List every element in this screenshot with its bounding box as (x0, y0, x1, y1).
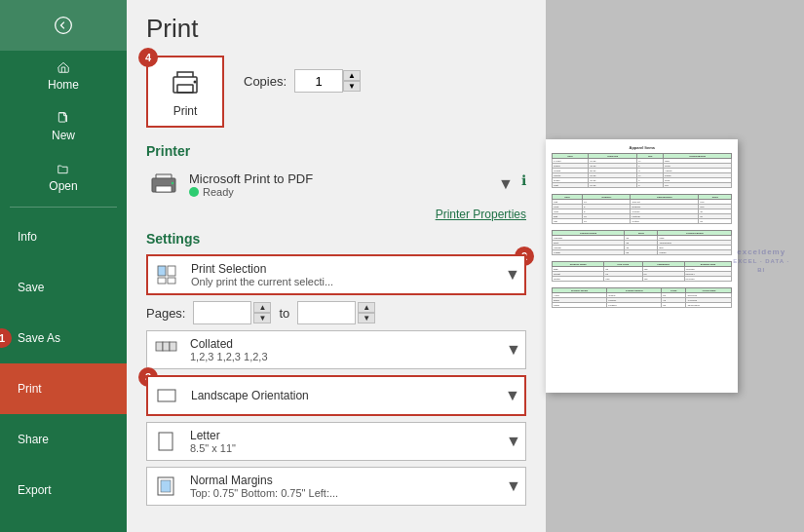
badge-1: 1 (0, 328, 12, 348)
svg-rect-12 (156, 342, 163, 351)
svg-rect-18 (161, 480, 171, 492)
sidebar-item-export[interactable]: Export (0, 465, 127, 515)
sidebar-new-label: New (52, 129, 75, 142)
svg-rect-8 (158, 266, 166, 276)
copies-area: Copies: ▲ ▼ (244, 69, 361, 93)
preview-table-2: ItemQuantitySpecificationPrice Suit10Sli… (552, 194, 732, 224)
svg-rect-1 (58, 113, 65, 122)
badge-4: 4 (138, 48, 158, 67)
print-button-label: Print (173, 104, 198, 118)
paper-size-icon (147, 423, 184, 460)
watermark: exceldemyEXCEL · DATA · BI (728, 247, 794, 274)
pages-from-spinner[interactable]: ▲ ▼ (253, 302, 271, 323)
copies-label: Copies: (244, 74, 287, 89)
sidebar-item-info[interactable]: Info (0, 211, 127, 262)
sidebar-export-label: Export (18, 483, 52, 497)
pages-to-spinner[interactable]: ▲ ▼ (358, 302, 375, 323)
sidebar-item-save[interactable]: Save (0, 262, 127, 313)
copies-input[interactable] (294, 69, 343, 93)
sidebar: Home New Open Info Save 1 Save As Print … (0, 0, 127, 532)
printer-name: Microsoft Print to PDF (189, 171, 486, 186)
copies-down[interactable]: ▼ (343, 81, 361, 92)
sidebar-item-open[interactable]: Open (0, 152, 127, 203)
orientation-icon (148, 377, 185, 414)
paper-size-arrow[interactable]: ▼ (502, 433, 525, 450)
status-indicator (189, 187, 199, 197)
pages-to-input[interactable] (297, 301, 356, 324)
preview-table-3: Product NamePriceProduct Brand Sneaker65… (552, 230, 732, 255)
sidebar-print-label: Print (18, 382, 42, 396)
margins-icon (147, 468, 184, 505)
printer-properties-link[interactable]: Printer Properties (146, 208, 526, 221)
svg-rect-6 (156, 186, 172, 192)
sidebar-item-print[interactable]: Print (0, 363, 127, 414)
paper-size-dropdown[interactable]: Letter 8.5" x 11" ▼ (146, 422, 526, 461)
sidebar-item-save-as[interactable]: 1 Save As (0, 313, 127, 363)
sidebar-item-home[interactable]: Home (0, 51, 127, 101)
collated-text: Collated 1,2,3 1,2,3 1,2,3 (184, 333, 502, 366)
svg-rect-13 (163, 342, 170, 351)
back-button[interactable] (0, 0, 127, 51)
sidebar-item-new[interactable]: New (0, 101, 127, 152)
print-selection-text: Print Selection Only print the current s… (185, 258, 501, 291)
preview-content: Apparel Items ItemUnitPriceSexProductBra… (552, 145, 732, 387)
copies-spinner[interactable]: ▲ ▼ (343, 70, 361, 92)
pages-from-input[interactable] (193, 301, 251, 324)
print-selection-icon (148, 256, 185, 293)
collated-arrow[interactable]: ▼ (502, 341, 525, 359)
printer-status: Ready (189, 186, 486, 198)
print-settings-panel: Print 4 Print Copi (127, 0, 546, 532)
pages-row: Pages: ▲ ▼ to ▲ ▼ (146, 301, 526, 324)
svg-rect-14 (170, 342, 176, 351)
pages-label: Pages: (146, 306, 185, 321)
paper-size-text: Letter 8.5" x 11" (184, 425, 502, 458)
collated-icon (147, 331, 184, 368)
printer-dropdown-arrow[interactable]: ▼ (494, 172, 517, 196)
sidebar-share-label: Share (18, 433, 49, 446)
svg-point-0 (56, 18, 72, 34)
page-title: Print (146, 14, 526, 44)
svg-rect-10 (158, 278, 166, 284)
orientation-dropdown[interactable]: Landscape Orientation ▼ (146, 375, 526, 416)
svg-rect-3 (177, 85, 193, 93)
print-selection-arrow[interactable]: ▼ (501, 266, 524, 284)
svg-rect-9 (168, 266, 175, 276)
margins-dropdown[interactable]: Normal Margins Top: 0.75" Bottom: 0.75" … (146, 467, 526, 506)
main-content: Print 4 Print Copi (127, 0, 804, 532)
margins-text: Normal Margins Top: 0.75" Bottom: 0.75" … (184, 470, 502, 503)
print-selection-dropdown[interactable]: Print Selection Only print the current s… (146, 254, 526, 295)
preview-table-4: Product NameUnit PriceAvailabilityExpire… (552, 261, 732, 282)
svg-rect-16 (159, 433, 172, 450)
copies-up[interactable]: ▲ (343, 70, 361, 81)
sidebar-home-label: Home (48, 78, 79, 92)
collated-dropdown[interactable]: Collated 1,2,3 1,2,3 1,2,3 ▼ (146, 330, 526, 369)
orientation-arrow[interactable]: ▼ (501, 387, 524, 404)
pages-to-label: to (279, 306, 289, 321)
sidebar-item-share[interactable]: Share (0, 414, 127, 465)
svg-point-4 (194, 81, 197, 84)
sidebar-open-label: Open (49, 179, 77, 193)
print-button[interactable]: Print (146, 56, 224, 128)
print-preview-page: Apparel Items ItemUnitPriceSexProductBra… (546, 139, 738, 393)
printer-section-title: Printer (146, 143, 526, 159)
svg-rect-15 (158, 390, 175, 401)
sidebar-save-label: Save (18, 281, 44, 294)
margins-arrow[interactable]: ▼ (502, 477, 525, 495)
printer-icon (146, 167, 181, 202)
sidebar-save-as-label: Save As (18, 331, 60, 345)
settings-section-title: Settings (146, 231, 526, 247)
svg-rect-11 (168, 278, 175, 284)
print-preview-area: Apparel Items ItemUnitPriceSexProductBra… (546, 0, 804, 532)
preview-table-1: ItemUnitPriceSexProductBrand T-Shirt12.9… (552, 153, 732, 188)
svg-point-7 (172, 182, 173, 184)
printer-info: Microsoft Print to PDF Ready (189, 171, 486, 198)
preview-table-5: Product ModelProduct BrandPriceArrival D… (552, 287, 732, 308)
sidebar-info-label: Info (18, 230, 37, 244)
orientation-text: Landscape Orientation (185, 385, 501, 406)
printer-info-icon[interactable]: ℹ (521, 172, 526, 188)
sidebar-item-publish[interactable]: Publish (0, 515, 127, 532)
